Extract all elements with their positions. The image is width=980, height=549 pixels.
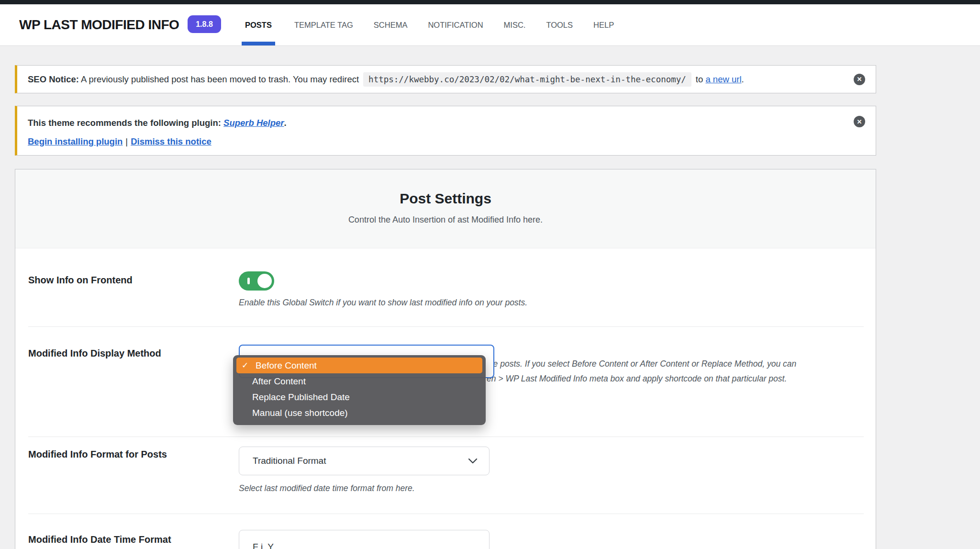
seo-notice-connector: to (696, 74, 703, 85)
dropdown-option-before-content[interactable]: ✓ Before Content (236, 358, 482, 373)
row-divider (28, 326, 864, 327)
page-title: WP LAST MODIFIED INFO (19, 4, 179, 45)
format-select-value: Traditional Format (253, 456, 468, 466)
display-method-dropdown: ✓ Before Content After Content Replace P… (233, 355, 486, 425)
theme-plugin-notice: This theme recommends the following plug… (15, 106, 876, 156)
tab-help[interactable]: HELP (592, 4, 615, 45)
post-settings-panel: Post Settings Control the Auto Insertion… (15, 169, 876, 549)
new-url-link[interactable]: a new url (705, 74, 741, 84)
panel-subtitle: Control the Auto Insertion of ast Modifi… (348, 215, 543, 225)
begin-install-link[interactable]: Begin installing plugin (28, 136, 122, 146)
redirect-url-code: https://kwebby.co/2023/02/02/what-might-… (363, 72, 691, 87)
format-select[interactable]: Traditional Format (239, 447, 490, 475)
datetime-format-label: Modified Info Date Time Format (28, 534, 171, 545)
close-icon[interactable]: ✕ (854, 74, 865, 85)
dropdown-option-after-content[interactable]: After Content (233, 373, 486, 389)
tab-posts[interactable]: POSTS (242, 4, 275, 45)
datetime-format-value: F j, Y (253, 542, 274, 549)
tab-notification[interactable]: NOTIFICATION (426, 4, 484, 45)
chevron-down-icon (468, 458, 478, 464)
theme-notice-actions: Begin installing plugin|Dismiss this not… (28, 136, 212, 147)
seo-notice-text: SEO Notice: A previously published post … (28, 74, 359, 85)
plugin-settings-page: WP LAST MODIFIED INFO 1.8.8 POSTS TEMPLA… (0, 0, 980, 549)
dropdown-option-manual-shortcode[interactable]: Manual (use shortcode) (233, 405, 486, 421)
close-icon[interactable]: ✕ (854, 116, 865, 127)
check-icon: ✓ (242, 358, 256, 373)
show-info-helper: Enable this Global Switch if you want to… (239, 298, 527, 308)
seo-notice: SEO Notice: A previously published post … (15, 65, 876, 93)
plugin-link[interactable]: Superb Helper (223, 118, 284, 128)
tab-template-tag[interactable]: TEMPLATE TAG (293, 4, 355, 45)
row-divider (28, 514, 864, 514)
seo-notice-prefix: SEO Notice: (28, 74, 79, 84)
panel-title: Post Settings (400, 190, 491, 207)
admin-topbar (0, 0, 980, 4)
tab-tools[interactable]: TOOLS (545, 4, 574, 45)
app-header: WP LAST MODIFIED INFO 1.8.8 POSTS TEMPLA… (0, 4, 980, 46)
display-method-helper-line2: en > WP Last Modified Info meta box and … (487, 374, 787, 384)
toggle-on-dash-icon (247, 278, 250, 284)
panel-header: Post Settings Control the Auto Insertion… (15, 169, 876, 248)
display-method-helper-line1: gle posts. If you select Before Content … (487, 359, 796, 369)
dropdown-option-replace-published-date[interactable]: Replace Published Date (233, 389, 486, 405)
show-info-label: Show Info on Frontend (28, 275, 133, 286)
version-badge: 1.8.8 (188, 15, 221, 33)
tab-misc[interactable]: MISC. (502, 4, 527, 45)
format-label: Modified Info Format for Posts (28, 449, 167, 460)
separator: | (122, 136, 131, 146)
datetime-format-input[interactable]: F j, Y (239, 530, 490, 549)
format-helper: Select last modified date time format fr… (239, 483, 415, 493)
show-info-toggle[interactable] (239, 271, 274, 291)
main-nav: POSTS TEMPLATE TAG SCHEMA NOTIFICATION M… (242, 4, 615, 45)
display-method-label: Modified Info Display Method (28, 348, 161, 359)
row-divider (28, 437, 864, 437)
dismiss-notice-link[interactable]: Dismiss this notice (131, 136, 212, 146)
toggle-knob (257, 274, 272, 288)
theme-notice-text: This theme recommends the following plug… (28, 118, 287, 128)
tab-schema[interactable]: SCHEMA (372, 4, 409, 45)
